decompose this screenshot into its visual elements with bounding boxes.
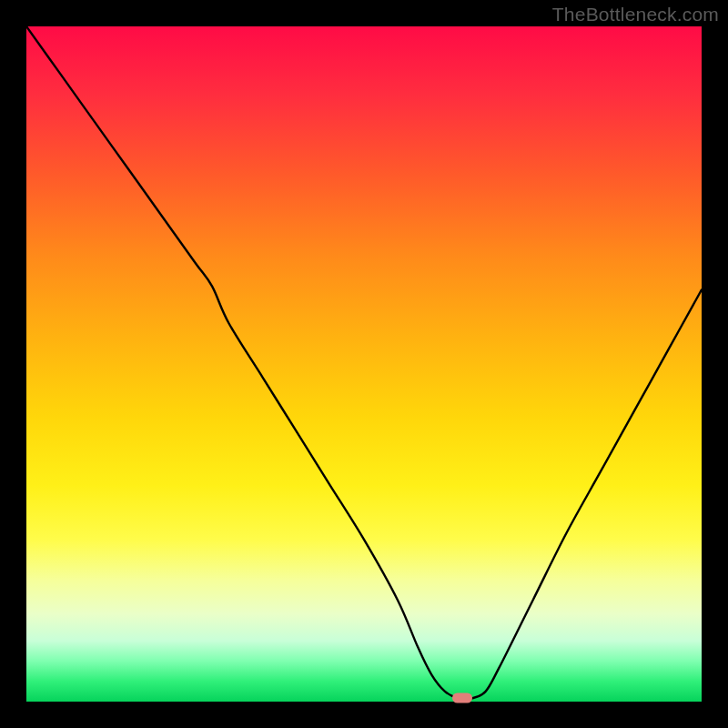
watermark-text: TheBottleneck.com (552, 4, 719, 25)
plot-area (26, 26, 702, 702)
bottleneck-curve (26, 26, 702, 702)
curve-path (26, 26, 702, 699)
chart-frame: TheBottleneck.com (0, 0, 728, 728)
optimal-marker (452, 693, 472, 703)
